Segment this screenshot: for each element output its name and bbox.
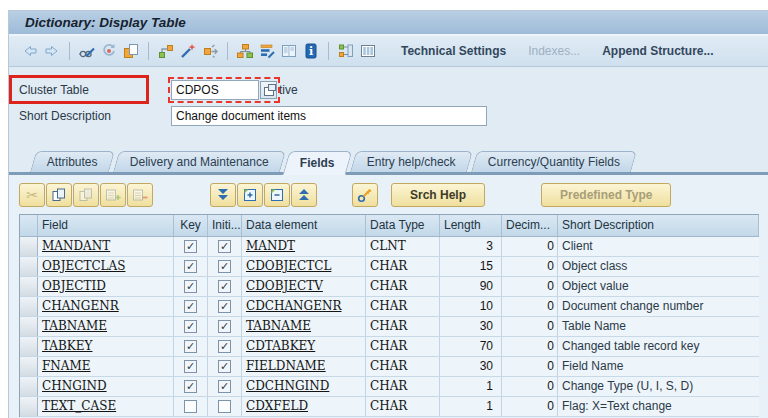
initial-checkbox: ✓	[218, 300, 231, 313]
table-row: TEXT_CASECDXFELDCHAR10Flag: X=Text chang…	[20, 397, 759, 417]
insert-row-icon	[104, 186, 122, 204]
table-view-icon[interactable]	[357, 41, 379, 61]
data-element-link[interactable]: MANDT	[246, 239, 295, 253]
initial-checkbox: ✓	[218, 360, 231, 373]
row-selector[interactable]	[20, 317, 38, 336]
info-icon[interactable]: i	[300, 41, 322, 61]
data-element-link[interactable]: CDOBJECTV	[246, 279, 323, 293]
wand-icon[interactable]	[177, 41, 199, 61]
row-selector[interactable]	[20, 277, 38, 296]
key-cell	[174, 397, 208, 416]
field-link[interactable]: CHANGENR	[42, 299, 119, 313]
row-selector[interactable]	[20, 297, 38, 316]
field-cell: MANDANT	[38, 237, 174, 256]
header-data-element: Data element	[242, 215, 366, 236]
field-link[interactable]: TABNAME	[42, 319, 107, 333]
length-cell: 3	[440, 237, 502, 256]
tab-delivery-and-maintenance[interactable]: Delivery and Maintenance	[113, 151, 286, 172]
matchcode-icon[interactable]	[260, 81, 277, 99]
copy-as-icon[interactable]	[120, 41, 142, 61]
initial-checkbox: ✓	[218, 260, 231, 273]
row-selector[interactable]	[20, 397, 38, 416]
toolbar-separator	[328, 42, 329, 60]
data-type-cell: CHAR	[366, 277, 440, 296]
data-type-cell: CHAR	[366, 297, 440, 316]
initial-cell: ✓	[208, 237, 242, 256]
data-element-link[interactable]: CDOBJECTCL	[246, 259, 331, 273]
decimals-cell: 0	[502, 317, 558, 336]
technical-settings-button[interactable]: Technical Settings	[401, 44, 506, 58]
data-element-link[interactable]: CDTABKEY	[246, 339, 315, 353]
length-cell: 15	[440, 257, 502, 276]
forward-routing-icon[interactable]	[199, 41, 221, 61]
data-element-cell: CDOBJECTCL	[242, 257, 366, 276]
key-checkbox: ✓	[184, 280, 197, 293]
length-cell: 1	[440, 397, 502, 416]
field-link[interactable]: OBJECTCLAS	[42, 259, 125, 273]
refresh-icon[interactable]	[98, 41, 120, 61]
data-element-link[interactable]: CDCHNGIND	[246, 379, 329, 393]
field-link[interactable]: TEXT_CASE	[42, 399, 116, 413]
cluster-table-field-group: CDPOS	[171, 80, 277, 100]
forward-icon[interactable]	[41, 41, 63, 61]
toolbar-separator	[227, 42, 228, 60]
initial-checkbox	[218, 400, 231, 413]
insert-entry-button[interactable]	[237, 183, 263, 207]
data-element-link[interactable]: TABNAME	[246, 319, 311, 333]
where-used-icon[interactable]	[155, 41, 177, 61]
field-link[interactable]: FNAME	[42, 359, 91, 373]
row-selector[interactable]	[20, 257, 38, 276]
hierarchy-icon[interactable]	[234, 41, 256, 61]
length-cell: 70	[440, 337, 502, 356]
display-list-icon[interactable]	[278, 41, 300, 61]
object-list-icon[interactable]	[335, 41, 357, 61]
table-header-row: Field Key Initi... Data element Data Typ…	[20, 215, 759, 237]
search-key-button[interactable]	[352, 183, 378, 207]
sorted-list-icon[interactable]	[256, 41, 278, 61]
move-up-button[interactable]	[291, 183, 317, 207]
short-description-label: Short Description	[19, 109, 171, 123]
field-link[interactable]: CHNGIND	[42, 379, 107, 393]
field-link[interactable]: OBJECTID	[42, 279, 106, 293]
srch-help-button[interactable]: Srch Help	[391, 183, 485, 207]
data-element-link[interactable]: CDCHANGENR	[246, 299, 342, 313]
initial-checkbox: ✓	[218, 280, 231, 293]
move-down-button[interactable]	[210, 183, 236, 207]
delete-entry-button[interactable]	[264, 183, 290, 207]
header-length: Length	[440, 215, 502, 236]
header-short-description: Short Description	[558, 215, 759, 236]
description-cell: Object value	[558, 277, 759, 296]
row-selector[interactable]	[20, 237, 38, 256]
key-cell: ✓	[174, 297, 208, 316]
key-checkbox: ✓	[184, 300, 197, 313]
data-element-cell: CDCHNGIND	[242, 377, 366, 396]
row-selector[interactable]	[20, 377, 38, 396]
data-element-link[interactable]: FIELDNAME	[246, 359, 326, 373]
short-description-input[interactable]: Change document items	[171, 106, 487, 126]
cluster-table-input[interactable]: CDPOS	[171, 80, 259, 100]
field-cell: CHNGIND	[38, 377, 174, 396]
field-link[interactable]: MANDANT	[42, 239, 110, 253]
display-change-icon[interactable]	[76, 41, 98, 61]
row-selector[interactable]	[20, 357, 38, 376]
field-cell: FNAME	[38, 357, 174, 376]
tab-attributes[interactable]: Attributes	[30, 151, 115, 172]
table-row: TABKEY✓✓CDTABKEYCHAR700Changed table rec…	[20, 337, 759, 357]
move-down-icon	[214, 186, 232, 204]
initial-checkbox: ✓	[218, 320, 231, 333]
data-type-cell: CHAR	[366, 337, 440, 356]
back-icon[interactable]	[19, 41, 41, 61]
field-link[interactable]: TABKEY	[42, 339, 92, 353]
title-bar: Dictionary: Display Table	[9, 11, 768, 36]
length-cell: 10	[440, 297, 502, 316]
data-element-link[interactable]: CDXFELD	[246, 399, 308, 413]
header-key: Key	[174, 215, 208, 236]
tab-currency-quantity-fields[interactable]: Currency/Quantity Fields	[471, 151, 637, 172]
tab-fields[interactable]: Fields	[283, 151, 353, 175]
tab-entry-help-check[interactable]: Entry help/check	[350, 151, 473, 172]
row-selector[interactable]	[20, 337, 38, 356]
copy-button[interactable]	[46, 183, 72, 207]
initial-cell: ✓	[208, 337, 242, 356]
description-cell: Table Name	[558, 317, 759, 336]
append-structure-button[interactable]: Append Structure...	[602, 44, 713, 58]
